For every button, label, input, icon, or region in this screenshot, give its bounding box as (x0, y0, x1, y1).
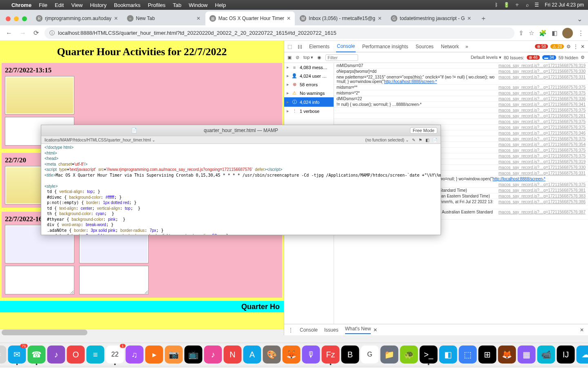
dock-app[interactable]: ♫ (126, 346, 144, 364)
dock-app[interactable]: >_ (420, 346, 438, 364)
dock-app[interactable]: ▦ (518, 346, 536, 364)
close-tab-icon[interactable]: ✕ (378, 16, 382, 21)
filter-input[interactable] (325, 54, 358, 61)
log-source-link[interactable]: macos_say_record.js?…g=1721156687576:341 (499, 102, 586, 107)
log-source-link[interactable]: macos_say_record.js?…g=1721156687576:375 (499, 85, 586, 90)
spotlight-icon[interactable]: ⌕ (526, 2, 529, 8)
screenshot-thumb[interactable] (5, 76, 74, 114)
new-tab-button[interactable]: ＋ (476, 14, 491, 25)
sidebar-filter-row[interactable]: ▸ⓘ4,024 info (284, 97, 334, 107)
log-source-link[interactable]: macos_say_record.js?…g=1721156687576:319 (499, 63, 586, 68)
drawer-tab-whatsnew[interactable]: What's New (345, 326, 371, 334)
dock-app[interactable]: 221 (106, 346, 124, 364)
dock-app[interactable]: IJ (557, 346, 575, 364)
tab-elements[interactable]: Elements (308, 41, 330, 52)
browser-tab[interactable]: MInbox (3,056) - rmetcalfe15@g✕ (296, 11, 386, 25)
log-source-link[interactable]: macos_say_record.js?…g=1721156687576:319 (499, 159, 586, 164)
log-source-link[interactable]: macos_say_record.js?…g=1721156687576:330 (499, 69, 586, 74)
log-source-link[interactable]: macos_say_record.js?…g=1721156687576:375 (499, 108, 586, 112)
tab-overflow-icon[interactable]: ⌄ (571, 15, 588, 25)
close-tab-icon[interactable]: ✕ (114, 16, 118, 21)
menu-window[interactable]: Window (189, 2, 207, 8)
dock-app[interactable]: 🎙 (302, 346, 320, 364)
log-source-link[interactable]: macos_say_record.js?…g=1721156687576:375 (499, 137, 586, 141)
sidebar-filter-row[interactable]: ▸≡4,083 mess… (284, 63, 334, 72)
address-bar[interactable]: ⓘ localhost:8888/HTMLCSS/quarter_hour_ti… (45, 27, 514, 39)
inspect-icon[interactable]: ⬚ (287, 44, 292, 49)
error-count-badge[interactable]: ⊗ 58 (535, 44, 548, 49)
close-drawer-tab-icon[interactable]: ✕ (373, 327, 377, 333)
issue-info-badge[interactable]: ▬ 34 (542, 55, 556, 60)
menu-view[interactable]: View (71, 2, 82, 8)
sidebar-filter-row[interactable]: ▸⋮1 verbose (284, 107, 334, 115)
clock[interactable]: Fri 22 Jul 4:23 pm (545, 2, 584, 8)
browser-tab[interactable]: ○New Tab✕ (123, 11, 205, 25)
more-tabs-icon[interactable]: » (466, 44, 468, 49)
settings-icon[interactable]: ⚙ (566, 44, 571, 49)
dock-app[interactable]: ♪ (204, 346, 222, 364)
dock-app[interactable]: ≡ (87, 346, 105, 364)
forward-button[interactable]: → (18, 28, 28, 38)
code-area[interactable]: <!doctype html> <html> <head> <meta char… (41, 144, 441, 235)
bluetooth-icon[interactable]: ᛒ (495, 2, 498, 8)
comment-textarea[interactable] (79, 266, 149, 294)
doc-icon[interactable]: 📄 (432, 138, 437, 142)
dock-app[interactable]: ⊞ (479, 346, 497, 364)
issue-error-badge[interactable]: ⊗ 46 (527, 55, 540, 60)
dock-app[interactable]: ☁ (577, 346, 588, 364)
sidebar-filter-row[interactable]: ▸👤4,024 user … (284, 72, 334, 80)
console-log-row[interactable]: mMIDsmsr=07macos_say_record.js?…g=172115… (334, 63, 588, 69)
dock-app[interactable]: 🐢 (400, 346, 418, 364)
menu-file[interactable]: File (39, 2, 47, 8)
battery-icon[interactable]: 🔋 (503, 2, 510, 8)
log-source-link[interactable]: macos_say_record.js?…g=1721156687576:381 (499, 188, 586, 193)
function-selector[interactable]: (no function selected) ⌄ (365, 138, 409, 142)
editor-titlebar[interactable]: 📄 quarter_hour_timer.html — MAMP Free Mo… (41, 125, 441, 136)
log-source-link[interactable]: macos_say_record.js?…g=1721156687576:375 (499, 125, 586, 130)
flag-icon[interactable]: ⚑ (419, 138, 422, 142)
dock-app[interactable]: 📺 (185, 346, 203, 364)
menu-history[interactable]: History (90, 2, 106, 8)
dock-app[interactable]: B (341, 346, 359, 364)
log-source-link[interactable]: macos_say_record.js?…g=1721156687576:375 (499, 182, 586, 187)
drawer-tab-issues[interactable]: Issues (324, 327, 339, 333)
log-source-link[interactable]: macos_say_record.js?…g=1721156687576:281 (499, 114, 586, 118)
console-log-row[interactable]: midsmsr=*2*macos_say_record.js?…g=172115… (334, 90, 588, 96)
sidebar-filter-row[interactable]: ▸⊗58 errors (284, 80, 334, 89)
chrome-menu-icon[interactable]: ⋮ (578, 29, 584, 37)
browser-tab[interactable]: Rrjmprogramming.com.au/today✕ (32, 11, 122, 25)
console-log-row[interactable]: oNeparps[twomsr]=ddmacos_say_record.js?…… (334, 69, 588, 74)
console-log-row[interactable]: macos_say_record.js?…g=1721156687576:375 (334, 108, 588, 113)
close-drawer-icon[interactable]: ✕ (580, 327, 584, 333)
console-log-row[interactable]: midsmsr=**macos_say_record.js?…g=1721156… (334, 85, 588, 90)
dock-app[interactable]: ⚙ (0, 346, 7, 364)
log-source-link[interactable]: macos_say_record.js?…g=1721156687576:375 (499, 154, 586, 158)
more-icon[interactable]: ⋮ (573, 44, 578, 49)
comment-textarea[interactable] (5, 266, 74, 294)
app-name[interactable]: Chrome (11, 2, 31, 8)
file-path[interactable]: lications/MAMP/htdocs/HTMLCSS/quarter_ho… (45, 138, 365, 142)
tab-performance[interactable]: Performance insights (361, 41, 409, 52)
dock-app[interactable]: G (361, 346, 379, 364)
drawer-tab-console[interactable]: Console (300, 327, 318, 333)
dock-app[interactable]: 🎨 (263, 346, 281, 364)
dock-app[interactable]: 📁 (381, 346, 399, 364)
log-source-link[interactable]: macos_say_record.js?…g=1721156687576:346 (499, 131, 586, 135)
profile-avatar[interactable] (562, 28, 573, 38)
menu-tab[interactable]: Tab (173, 2, 181, 8)
split-icon[interactable]: ◧ (425, 138, 429, 142)
log-source-link[interactable]: macos_say_record.js?…g=1721156687576:383 (499, 194, 586, 198)
close-window-icon[interactable] (6, 16, 11, 21)
dock-app[interactable]: O (67, 346, 85, 364)
dock-app[interactable]: 🦊 (498, 346, 516, 364)
dock-app[interactable]: A (243, 346, 261, 364)
dock-app[interactable]: ☎ (28, 346, 46, 364)
log-source-link[interactable]: macos_say_record.js?…g=1721156687576:331 (499, 75, 586, 84)
dock-app[interactable]: N (224, 346, 242, 364)
tab-console[interactable]: Console (336, 41, 356, 52)
console-log-row[interactable]: macos_say_record.js?…g=1721156687576:375 (334, 119, 588, 125)
close-tab-icon[interactable]: ✕ (287, 16, 291, 21)
site-info-icon[interactable]: ⓘ (49, 29, 55, 37)
sidebar-filter-row[interactable]: ▸⚠No warnings (284, 89, 334, 97)
console-log-row[interactable]: dMIDsmsr=22macos_say_record.js?…g=172115… (334, 96, 588, 102)
